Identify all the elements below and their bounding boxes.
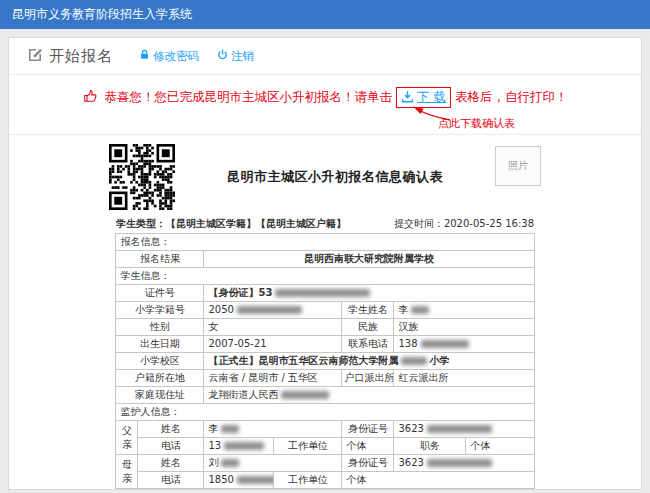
toolbar: 开始报名 修改密码 注销 — [9, 38, 641, 75]
table-row: 证件号 【身份证】53 — [116, 285, 534, 302]
mother-phone-value: 1850 — [204, 472, 274, 489]
redacted-text — [221, 459, 239, 467]
father-job-value: 个体 — [466, 438, 534, 455]
birth-value: 2007-05-21 — [204, 336, 342, 353]
redacted-text — [275, 289, 370, 297]
mother-id-label: 身份证号 — [342, 455, 394, 472]
thumbs-up-icon — [83, 91, 101, 106]
birth-label: 出生日期 — [116, 336, 204, 353]
father-name-label: 姓名 — [138, 421, 204, 438]
section-student: 学生信息： — [116, 268, 534, 285]
school-label: 小学校区 — [116, 353, 204, 370]
page-title: 开始报名 — [49, 47, 113, 66]
ethnic-value: 汉族 — [394, 319, 534, 336]
table-row: 报名结果 昆明西南联大研究院附属学校 — [116, 251, 534, 268]
table-row: 家庭现住址 龙翔街道人民西 — [116, 387, 534, 404]
section-registration: 报名信息： — [116, 234, 534, 251]
redacted-text — [401, 357, 427, 365]
edit-icon — [27, 46, 43, 66]
mother-label: 母亲 — [116, 455, 138, 489]
change-password-label: 修改密码 — [153, 49, 199, 64]
confirmation-table: 报名信息： 报名结果 昆明西南联大研究院附属学校 学生信息： 证件号 【身份证】… — [115, 233, 534, 489]
father-phone-label: 电话 — [138, 438, 204, 455]
student-name-label: 学生姓名 — [342, 302, 394, 319]
submit-time: 提交时间：2020-05-25 16:38 — [394, 217, 534, 231]
contact-phone-label: 联系电话 — [342, 336, 394, 353]
police-value: 红云派出所 — [394, 370, 534, 387]
father-job-label: 职务 — [394, 438, 466, 455]
mother-phone-label: 电话 — [138, 472, 204, 489]
table-row: 电话 1850 工作单位 个体 — [116, 472, 534, 489]
address-label: 家庭现住址 — [116, 387, 204, 404]
table-row: 电话 13 工作单位 个体 职务 个体 — [116, 438, 534, 455]
redacted-text — [427, 425, 492, 433]
logout-label: 注销 — [231, 49, 254, 64]
father-phone-value: 13 — [204, 438, 274, 455]
change-password-link[interactable]: 修改密码 — [139, 49, 199, 64]
reg-result-label: 报名结果 — [116, 251, 204, 268]
gender-value: 女 — [204, 319, 342, 336]
form-header: 昆明市主城区小升初报名信息确认表 照片 — [109, 144, 541, 210]
police-label: 户口派出所 — [342, 370, 394, 387]
notice-text-after: 表格后，自行打印！ — [455, 89, 568, 104]
xjh-label: 小学学籍号 — [116, 302, 204, 319]
mother-work-value: 个体 — [342, 472, 534, 489]
redacted-text — [411, 306, 429, 314]
student-name-value: 李 — [394, 302, 534, 319]
father-name-value: 李 — [204, 421, 342, 438]
student-type: 学生类型：【昆明主城区学籍】【昆明主城区户籍】 — [116, 217, 346, 231]
table-row: 小学学籍号 2050 学生姓名 李 — [116, 302, 534, 319]
mother-name-value: 刘 — [204, 455, 342, 472]
ethnic-label: 民族 — [342, 319, 394, 336]
id-label: 证件号 — [116, 285, 204, 302]
download-icon — [401, 90, 414, 106]
form-meta: 学生类型：【昆明主城区学籍】【昆明主城区户籍】 提交时间：2020-05-25 … — [116, 217, 534, 231]
table-row: 父亲 姓名 李 身份证号 3623 — [116, 421, 534, 438]
mother-name-label: 姓名 — [138, 455, 204, 472]
download-area: 下 载点此下载确认表 — [396, 87, 451, 108]
father-work-label: 工作单位 — [274, 438, 342, 455]
qr-code — [109, 144, 175, 210]
father-label: 父亲 — [116, 421, 138, 455]
confirmation-form: 昆明市主城区小升初报名信息确认表 照片 学生类型：【昆明主城区学籍】【昆明主城区… — [9, 135, 641, 489]
redacted-text — [281, 391, 329, 399]
redacted-text — [224, 442, 264, 450]
table-row: 户籍所在地 云南省 / 昆明市 / 五华区 户口派出所 红云派出所 — [116, 370, 534, 387]
reg-result-value: 昆明西南联大研究院附属学校 — [204, 251, 534, 268]
redacted-text — [237, 476, 274, 484]
lock-icon — [139, 49, 150, 63]
form-title: 昆明市主城区小升初报名信息确认表 — [175, 168, 495, 186]
father-work-value: 个体 — [342, 438, 394, 455]
table-row: 监护人信息： — [116, 404, 534, 421]
mother-id-value: 3623 — [394, 455, 534, 472]
address-value: 龙翔街道人民西 — [204, 387, 534, 404]
main-panel: 开始报名 修改密码 注销 恭喜您！您已完成昆明市主城区小升初报名！请单击下 载点… — [8, 37, 642, 490]
download-label: 下 载 — [417, 89, 446, 106]
hukou-label: 户籍所在地 — [116, 370, 204, 387]
table-row: 小学校区 【正式生】昆明市五华区云南师范大学附属小学 — [116, 353, 534, 370]
section-guardian: 监护人信息： — [116, 404, 534, 421]
notice-banner: 恭喜您！您已完成昆明市主城区小升初报名！请单击下 载点此下载确认表表格后，自行打… — [9, 75, 641, 135]
download-hint: 点此下载确认表 — [438, 116, 515, 131]
logout-link[interactable]: 注销 — [217, 49, 254, 64]
table-row: 母亲 姓名 刘 身份证号 3623 — [116, 455, 534, 472]
id-value: 【身份证】53 — [204, 285, 534, 302]
table-row: 学生信息： — [116, 268, 534, 285]
hukou-value: 云南省 / 昆明市 / 五华区 — [204, 370, 342, 387]
redacted-text — [421, 340, 469, 348]
redacted-text — [427, 459, 492, 467]
table-row: 出生日期 2007-05-21 联系电话 138 — [116, 336, 534, 353]
gender-label: 性别 — [116, 319, 204, 336]
table-row: 性别 女 民族 汉族 — [116, 319, 534, 336]
redacted-text — [237, 306, 302, 314]
notice-text-before: 恭喜您！您已完成昆明市主城区小升初报名！请单击 — [105, 89, 393, 104]
photo-placeholder: 照片 — [495, 146, 541, 186]
father-id-value: 3623 — [394, 421, 534, 438]
xjh-value: 2050 — [204, 302, 342, 319]
mother-work-label: 工作单位 — [274, 472, 342, 489]
app-header: 昆明市义务教育阶段招生入学系统 — [0, 0, 650, 29]
logout-icon — [217, 49, 228, 63]
father-id-label: 身份证号 — [342, 421, 394, 438]
school-value: 【正式生】昆明市五华区云南师范大学附属小学 — [204, 353, 534, 370]
redacted-text — [221, 425, 239, 433]
